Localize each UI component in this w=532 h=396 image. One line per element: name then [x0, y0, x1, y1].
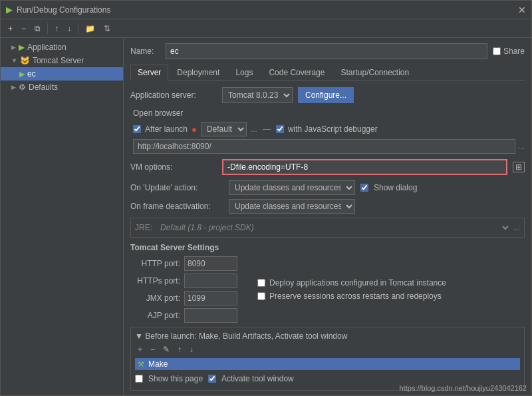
add-config-button[interactable]: + — [5, 22, 16, 35]
http-port-row: HTTP port: — [130, 256, 237, 271]
ajp-port-input[interactable] — [184, 308, 237, 323]
remove-config-button[interactable]: − — [18, 22, 29, 35]
sidebar-label-ec: ec — [27, 69, 36, 79]
jmx-port-input[interactable] — [184, 291, 237, 305]
on-update-row: On 'Update' action: Update classes and r… — [130, 180, 525, 195]
move-down-button[interactable]: ↓ — [64, 22, 74, 35]
separator: — — [263, 124, 271, 134]
before-launch-title: ▼ Before launch: Make, Build Artifacts, … — [135, 331, 520, 341]
jre-select[interactable]: Default (1.8 - project SDK) — [158, 221, 511, 234]
expand-arrow-application: ▶ — [11, 44, 16, 51]
deploy-apps-checkbox[interactable] — [257, 279, 265, 287]
toolbar-divider2 — [78, 23, 78, 34]
run-icon: ▶ — [6, 5, 13, 15]
app-server-select[interactable]: Tomcat 8.0.23 — [222, 87, 293, 103]
deploy-apps-row: Deploy applications configured in Tomcat… — [257, 278, 446, 288]
browser-select[interactable]: Default — [201, 122, 247, 136]
on-frame-deactivation-select[interactable]: Update classes and resources — [229, 199, 355, 214]
ports-layout: HTTP port: HTTPs port: JMX port: — [130, 256, 525, 323]
ajp-port-label: AJP port: — [130, 311, 180, 320]
folder-button[interactable]: 📁 — [82, 22, 98, 35]
vm-options-input[interactable] — [222, 159, 507, 175]
show-dialog-checkbox[interactable] — [360, 184, 368, 192]
sidebar: ▶ ▶ Application ▼ 🐱 Tomcat Server ▶ ec ▶… — [1, 38, 124, 395]
activate-tool-window-checkbox[interactable] — [208, 375, 216, 383]
https-port-label: HTTPs port: — [130, 276, 180, 286]
browser-row: After launch ● Default ... — with JavaSc… — [133, 122, 525, 136]
tomcat-icon: 🐱 — [20, 56, 30, 65]
share-checkbox-row: Share — [493, 47, 525, 56]
url-dots: ... — [518, 142, 525, 151]
before-launch-remove[interactable]: − — [148, 343, 158, 355]
jmx-port-row: JMX port: — [130, 291, 237, 305]
before-launch-edit[interactable]: ✎ — [160, 343, 172, 355]
before-launch-move-up[interactable]: ↑ — [175, 343, 184, 355]
on-frame-deactivation-label: On frame deactivation: — [130, 202, 223, 211]
configure-button[interactable]: Configure... — [298, 87, 354, 103]
tab-server[interactable]: Server — [130, 65, 168, 81]
http-port-input[interactable] — [184, 256, 237, 271]
show-this-page-checkbox[interactable] — [135, 375, 143, 383]
after-launch-label: After launch — [145, 124, 188, 134]
close-icon[interactable]: ✕ — [518, 5, 526, 15]
after-launch-checkbox[interactable] — [133, 125, 141, 133]
server-settings-title: Tomcat Server Settings — [130, 243, 525, 252]
move-up-button[interactable]: ↑ — [51, 22, 62, 35]
vm-expand-icon[interactable]: ⊞ — [513, 162, 525, 172]
vm-options-label: VM options: — [130, 162, 217, 172]
open-browser-title: Open browser — [133, 108, 525, 118]
https-port-input[interactable] — [184, 274, 237, 288]
sidebar-item-defaults[interactable]: ▶ ⚙ Defaults — [1, 81, 123, 94]
name-input[interactable] — [166, 43, 487, 59]
ports-column-left: HTTP port: HTTPs port: JMX port: — [130, 256, 237, 323]
dialog-title: Run/Debug Configurations — [17, 5, 110, 15]
share-checkbox[interactable] — [493, 47, 501, 55]
toolbar-divider — [47, 23, 48, 34]
jre-dots: ... — [513, 223, 520, 232]
open-browser-section: Open browser After launch ● Default ... … — [130, 108, 525, 154]
share-label: Share — [503, 47, 525, 56]
sidebar-item-ec[interactable]: ▶ ec — [1, 67, 123, 81]
watermark: https://blog.csdn.net/houjiyu243042162 — [400, 384, 527, 392]
ajp-port-row: AJP port: — [130, 308, 237, 323]
activate-tool-window-label: Activate tool window — [221, 374, 294, 383]
browser-icon: ● — [192, 124, 197, 134]
tab-deployment[interactable]: Deployment — [170, 65, 227, 80]
jmx-port-label: JMX port: — [130, 294, 180, 303]
preserve-sessions-row: Preserve sessions across restarts and re… — [257, 292, 446, 301]
sort-button[interactable]: ⇅ — [100, 22, 114, 35]
copy-config-button[interactable]: ⧉ — [31, 22, 44, 35]
sidebar-item-tomcat-server[interactable]: ▼ 🐱 Tomcat Server — [1, 54, 123, 67]
make-item[interactable]: ⚒ Make — [135, 358, 520, 370]
on-update-select[interactable]: Update classes and resources — [229, 180, 355, 195]
expand-arrow-tomcat: ▼ — [11, 57, 17, 64]
jre-row: JRE: Default (1.8 - project SDK) ... — [130, 218, 525, 238]
tab-startup-connection[interactable]: Startup/Connection — [333, 65, 416, 80]
name-row: Name: Share — [130, 43, 525, 59]
before-launch-section: ▼ Before launch: Make, Build Artifacts, … — [130, 327, 525, 391]
tab-code-coverage[interactable]: Code Coverage — [261, 65, 332, 80]
browser-dots: ... — [251, 124, 257, 134]
on-update-label: On 'Update' action: — [130, 183, 223, 192]
title-bar: ▶ Run/Debug Configurations ✕ — [1, 1, 531, 19]
app-server-row: Application server: Tomcat 8.0.23 Config… — [130, 87, 525, 103]
js-debugger-checkbox[interactable] — [276, 125, 284, 133]
top-toolbar: + − ⧉ ↑ ↓ 📁 ⇅ — [1, 19, 531, 38]
tab-logs[interactable]: Logs — [228, 65, 260, 80]
url-input[interactable] — [133, 139, 515, 154]
ec-run-icon: ▶ — [19, 70, 25, 79]
tomcat-server-settings: Tomcat Server Settings HTTP port: HTTPs … — [130, 243, 525, 323]
before-launch-add[interactable]: + — [135, 343, 145, 355]
make-label: Make — [148, 359, 168, 369]
app-server-label: Application server: — [130, 91, 217, 100]
preserve-sessions-checkbox[interactable] — [257, 292, 265, 300]
show-dialog-label: Show dialog — [374, 183, 417, 192]
application-icon: ▶ — [19, 43, 25, 52]
checkboxes-column: Deploy applications configured in Tomcat… — [257, 256, 446, 323]
preserve-sessions-label: Preserve sessions across restarts and re… — [269, 292, 442, 301]
before-launch-move-down[interactable]: ↓ — [187, 343, 196, 355]
expand-arrow-defaults: ▶ — [11, 84, 16, 91]
sidebar-item-application[interactable]: ▶ ▶ Application — [1, 41, 123, 54]
url-row: ... — [133, 139, 525, 154]
make-icon: ⚒ — [138, 360, 144, 369]
